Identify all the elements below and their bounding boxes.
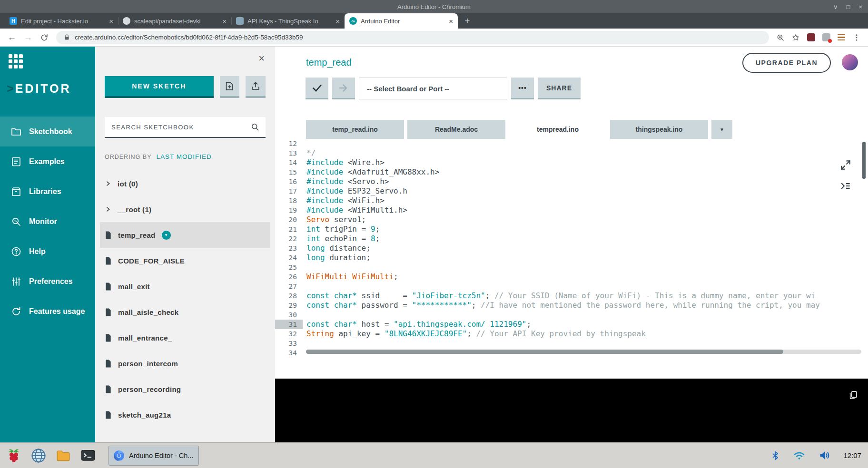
sidebar-item-monitor[interactable]: Monitor [0,206,95,236]
sketch-item[interactable]: person_intercom [100,351,270,376]
sidebar-item-label: Monitor [29,217,57,226]
line-number: 29 [275,301,303,310]
horizontal-scrollbar[interactable] [306,350,861,354]
extensions-menu-button[interactable] [835,31,848,44]
vertical-scrollbar-thumb[interactable] [862,142,866,179]
board-port-select[interactable]: -- Select Board or Port -- [359,78,507,99]
sketch-item[interactable]: temp_read▼ [100,222,270,248]
file-tabs-dropdown[interactable]: ▼ [711,120,732,139]
browser-tab-label: Edit project - Hackster.io [21,18,104,25]
taskbar-window-button[interactable]: Arduino Editor - Ch... [108,446,199,466]
sketch-item[interactable]: CODE_FOR_AISLE [100,248,270,273]
file-manager-launcher[interactable] [53,446,73,466]
sidebar-item-help[interactable]: Help [0,236,95,266]
panel-close-icon[interactable]: × [258,53,265,64]
code-text [306,310,868,320]
sketch-item[interactable]: mall_exit [100,273,270,299]
tab-close-icon[interactable]: × [335,17,341,25]
sketch-folder[interactable]: iot (0) [100,171,270,196]
zoom-button[interactable] [774,31,787,44]
sketch-label: mall_entrance_ [118,334,172,342]
verify-check-icon [311,82,323,94]
reload-button[interactable] [37,30,51,45]
clock: 12:07 [843,451,861,459]
apps-grid-icon[interactable] [9,54,25,68]
help-icon [10,246,22,257]
console-toggle-button[interactable] [839,180,852,192]
arduino-favicon: ∞ [349,17,357,25]
browser-tab[interactable]: HEdit project - Hackster.io× [5,13,118,29]
preferences-icon [10,276,22,287]
new-file-icon [224,81,235,91]
sidebar-item-features-usage[interactable]: Features usage [0,296,95,326]
file-tab[interactable]: tempread.ino [509,120,607,139]
extension-button-1[interactable] [804,31,818,44]
bookmark-button[interactable] [789,31,802,44]
sketch-folder[interactable]: __root (1) [100,196,270,222]
ordering-value[interactable]: LAST MODIFIED [157,153,212,160]
folder-label: __root (1) [118,205,151,214]
file-tab[interactable]: temp_read.ino [306,120,404,139]
sketch-tree: iot (0)__root (1)temp_read▼CODE_FOR_AISL… [105,171,266,428]
code-line: 26WiFiMulti WiFiMulti; [275,272,868,282]
code-line: 29const char* password = "***********"; … [275,301,868,310]
copy-output-button[interactable] [848,390,858,400]
line-number: 34 [275,348,303,358]
maximize-icon[interactable]: □ [847,3,850,10]
more-options-button[interactable]: ••• [511,78,534,99]
features-icon [10,306,22,317]
back-button[interactable]: ← [5,30,19,45]
sketch-item[interactable]: person_recording [100,376,270,402]
volume-tray-button[interactable] [818,449,831,462]
minimize-icon[interactable]: ∨ [833,3,838,10]
close-icon[interactable]: × [858,3,862,10]
new-tab-button[interactable]: + [461,14,474,28]
code-text: String api_key = "8LNG46XKJEJC89FE"; // … [306,329,868,339]
sidebar-item-preferences[interactable]: Preferences [0,266,95,296]
browser-menu-button[interactable]: ⋮ [850,31,863,44]
code-line: 13*/ [275,148,868,158]
extension-button-2[interactable] [819,31,833,44]
sidebar-item-sketchbook[interactable]: Sketchbook [0,117,95,146]
sidebar-item-examples[interactable]: Examples [0,146,95,176]
browser-tab[interactable]: ∞Arduino Editor× [345,13,458,29]
upgrade-plan-button[interactable]: UPGRADE PLAN [742,53,831,73]
tab-close-icon[interactable]: × [221,17,227,25]
sketch-label: person_recording [118,385,181,393]
file-tab[interactable]: ReadMe.adoc [407,120,505,139]
sidebar-item-libraries[interactable]: Libraries [0,176,95,206]
web-browser-launcher[interactable] [29,446,49,466]
avatar[interactable] [842,54,858,70]
new-file-button[interactable] [220,76,240,98]
fullscreen-button[interactable] [839,159,852,171]
github-favicon [123,17,130,25]
sketch-item[interactable]: mall_entrance_ [100,325,270,351]
import-button[interactable] [246,76,266,98]
sketch-item[interactable]: sketch_aug21a [100,402,270,428]
code-text: #include <Wire.h> [306,158,868,167]
bluetooth-tray-button[interactable] [770,450,780,461]
new-sketch-row: NEW SKETCH [105,76,266,98]
new-sketch-button[interactable]: NEW SKETCH [105,76,214,98]
wifi-tray-button[interactable] [793,449,806,462]
upload-button[interactable] [332,78,355,99]
code-text: Servo servo1; [306,215,868,224]
forward-button[interactable]: → [21,30,35,45]
file-tab[interactable]: thingspeak.ino [610,120,708,139]
sketch-options-badge[interactable]: ▼ [162,231,171,240]
pi-menu-button[interactable] [4,446,24,466]
browser-tab[interactable]: API Keys - ThingSpeak Io× [231,13,345,29]
tab-close-icon[interactable]: × [108,17,114,25]
sketch-item[interactable]: mall_aisle_check [100,299,270,325]
share-button[interactable]: SHARE [538,78,581,99]
verify-button[interactable] [306,78,328,99]
address-bar[interactable]: create.arduino.cc/editor/Schemobotics/bd… [56,31,769,44]
sketch-file-icon [105,333,112,342]
browser-tab[interactable]: scaleapi/pandaset-devki× [118,13,231,29]
code-editor[interactable]: 1213*/14#include <Wire.h>15#include <Ada… [275,139,868,359]
window-titlebar: Arduino Editor - Chromium ∨ □ × [0,0,868,13]
horizontal-scrollbar-thumb[interactable] [306,350,783,354]
search-input[interactable] [110,123,250,131]
terminal-launcher[interactable] [78,446,98,466]
tab-close-icon[interactable]: × [448,17,454,25]
